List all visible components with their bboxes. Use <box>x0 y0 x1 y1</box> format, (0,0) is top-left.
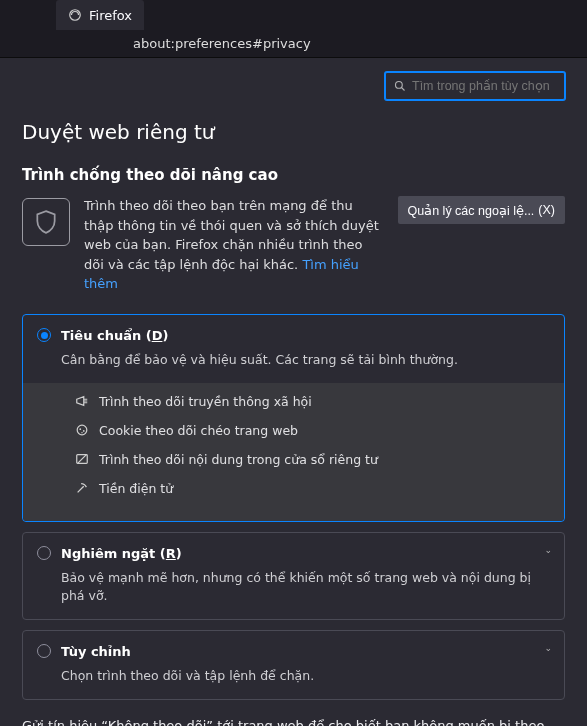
option-strict-header[interactable]: Nghiêm ngặt (R) <box>23 533 564 569</box>
url-bar[interactable]: about:preferences#privacy <box>0 30 587 58</box>
svg-point-4 <box>79 428 81 430</box>
option-standard-desc: Cân bằng để bảo vệ và hiệu suất. Các tra… <box>23 351 564 383</box>
option-strict-title: Nghiêm ngặt (R) <box>61 546 182 561</box>
shield-icon <box>22 198 70 246</box>
manage-exceptions-button[interactable]: Quản lý các ngoại lệ... (X) <box>398 196 566 224</box>
option-custom-desc: Chọn trình theo dõi và tập lệnh để chặn. <box>23 667 564 699</box>
option-standard-body: Trình theo dõi truyền thông xã hội Cooki… <box>23 383 564 521</box>
svg-line-2 <box>402 88 405 91</box>
option-standard-header[interactable]: Tiêu chuẩn (D) <box>23 315 564 351</box>
option-standard: Tiêu chuẩn (D) Cân bằng để bảo vệ và hiệ… <box>22 314 565 522</box>
svg-line-8 <box>78 455 87 464</box>
cookie-icon <box>75 423 89 437</box>
radio-standard[interactable] <box>37 328 51 342</box>
chevron-down-icon[interactable]: ⌄ <box>544 545 552 555</box>
feature-cross-site-cookies: Cookie theo dõi chéo trang web <box>23 416 564 445</box>
etp-description: Trình theo dõi theo bạn trên mạng để thu… <box>84 196 384 294</box>
tab-strip: Firefox <box>0 0 587 30</box>
etp-heading: Trình chống theo dõi nâng cao <box>22 166 565 184</box>
feature-social-trackers: Trình theo dõi truyền thông xã hội <box>23 387 564 416</box>
tab-title: Firefox <box>89 8 132 23</box>
pickaxe-icon <box>75 481 89 495</box>
option-standard-title: Tiêu chuẩn (D) <box>61 328 168 343</box>
svg-point-5 <box>83 430 85 432</box>
option-strict-desc: Bảo vệ mạnh mẽ hơn, nhưng có thể khiến m… <box>23 569 564 619</box>
dnt-section: Gửi tín hiệu “Không theo dõi” tới trang … <box>22 718 565 726</box>
option-strict: ⌄ Nghiêm ngặt (R) Bảo vệ mạnh mẽ hơn, nh… <box>22 532 565 620</box>
search-icon <box>394 80 406 92</box>
search-input[interactable] <box>412 79 556 93</box>
chevron-down-icon[interactable]: ⌄ <box>544 643 552 653</box>
dnt-text: Gửi tín hiệu “Không theo dõi” tới trang … <box>22 718 544 726</box>
feature-private-tracking: Trình theo dõi nội dung trong cửa sổ riê… <box>23 445 564 474</box>
option-custom-title: Tùy chỉnh <box>61 644 131 659</box>
window-blocked-icon <box>75 452 89 466</box>
firefox-icon <box>68 8 82 22</box>
svg-point-3 <box>77 425 87 435</box>
browser-tab[interactable]: Firefox <box>56 0 144 30</box>
radio-strict[interactable] <box>37 546 51 560</box>
search-box[interactable] <box>385 72 565 100</box>
page-heading: Duyệt web riêng tư <box>22 120 565 144</box>
svg-point-6 <box>81 432 82 433</box>
option-custom-header[interactable]: Tùy chỉnh <box>23 631 564 667</box>
preferences-content: Duyệt web riêng tư Trình chống theo dõi … <box>0 58 587 726</box>
radio-custom[interactable] <box>37 644 51 658</box>
feature-cryptominers: Tiền điện tử <box>23 474 564 503</box>
svg-point-1 <box>396 82 403 89</box>
url-text: about:preferences#privacy <box>133 36 311 51</box>
megaphone-icon <box>75 394 89 408</box>
option-custom: ⌄ Tùy chỉnh Chọn trình theo dõi và tập l… <box>22 630 565 700</box>
